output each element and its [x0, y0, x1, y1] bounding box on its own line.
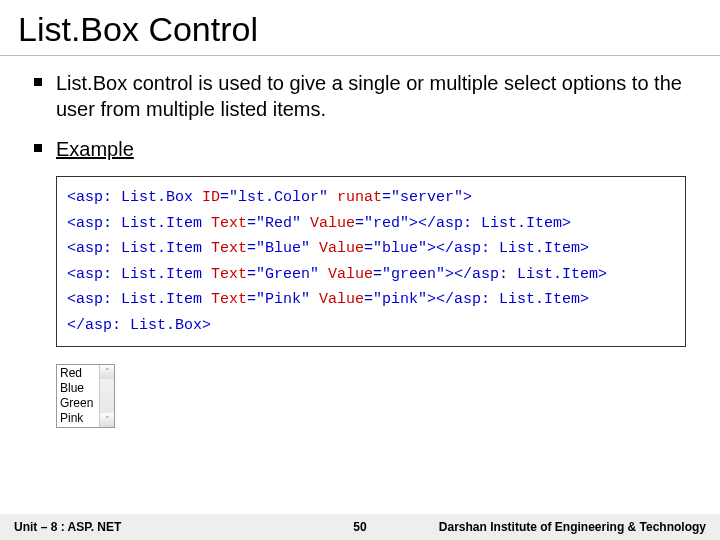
- bullet-icon: [34, 78, 42, 86]
- scroll-down-icon[interactable]: ˅: [100, 413, 114, 427]
- listbox-scrollbar[interactable]: ˄ ˅: [99, 365, 114, 427]
- scroll-up-icon[interactable]: ˄: [100, 365, 114, 379]
- list-item[interactable]: Green: [60, 396, 93, 411]
- slide-title: List.Box Control: [0, 0, 720, 56]
- code-line-1: <asp: List.Box ID="lst.Color" runat="ser…: [67, 185, 675, 211]
- bullet-2: Example: [34, 136, 686, 162]
- code-line-3: <asp: List.Item Text="Blue" Value="blue"…: [67, 236, 675, 262]
- footer-unit: Unit – 8 : ASP. NET: [14, 520, 121, 534]
- list-item[interactable]: Pink: [60, 411, 93, 426]
- bullet-1-text: List.Box control is used to give a singl…: [56, 70, 686, 122]
- code-line-5: <asp: List.Item Text="Pink" Value="pink"…: [67, 287, 675, 313]
- code-line-4: <asp: List.Item Text="Green" Value="gree…: [67, 262, 675, 288]
- bullet-2-text: Example: [56, 136, 134, 162]
- footer-institute: Darshan Institute of Engineering & Techn…: [439, 520, 706, 534]
- code-example: <asp: List.Box ID="lst.Color" runat="ser…: [56, 176, 686, 347]
- list-item[interactable]: Red: [60, 366, 93, 381]
- slide-content: List.Box control is used to give a singl…: [0, 56, 720, 428]
- code-line-6: </asp: List.Box>: [67, 313, 675, 339]
- bullet-1: List.Box control is used to give a singl…: [34, 70, 686, 122]
- bullet-icon: [34, 144, 42, 152]
- slide-footer: Unit – 8 : ASP. NET 50 Darshan Institute…: [0, 514, 720, 540]
- list-item[interactable]: Blue: [60, 381, 93, 396]
- listbox-items[interactable]: Red Blue Green Pink: [57, 365, 99, 427]
- code-line-2: <asp: List.Item Text="Red" Value="red"><…: [67, 211, 675, 237]
- listbox-preview[interactable]: Red Blue Green Pink ˄ ˅: [56, 364, 115, 428]
